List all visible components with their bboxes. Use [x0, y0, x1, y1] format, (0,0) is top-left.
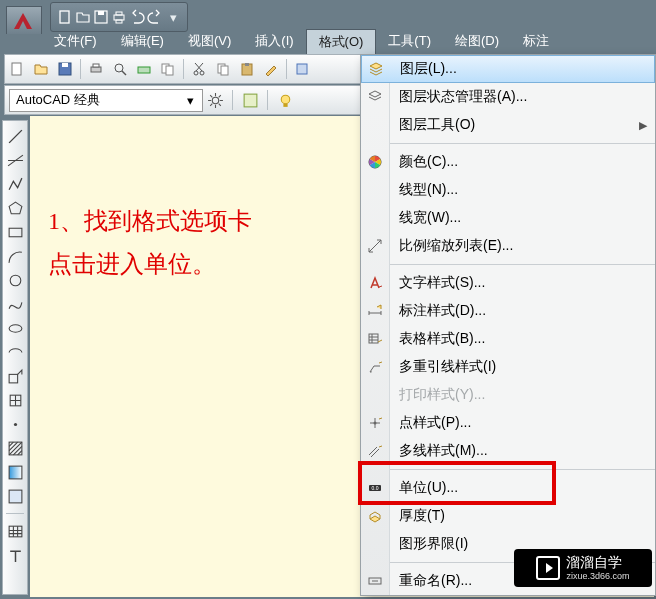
- insert-block-icon[interactable]: [6, 367, 24, 385]
- color-wheel-icon: [361, 154, 389, 170]
- menu-format[interactable]: 格式(O): [306, 29, 377, 54]
- qat-undo-icon[interactable]: [129, 9, 145, 25]
- menu-label: 颜色(C)...: [389, 153, 655, 171]
- block-icon[interactable]: [293, 60, 311, 78]
- table-icon[interactable]: [6, 522, 24, 540]
- menu-tools[interactable]: 工具(T): [376, 29, 443, 53]
- menu-item-units[interactable]: 0.0 单位(U)...: [361, 474, 655, 502]
- hatch-icon[interactable]: [6, 439, 24, 457]
- svg-rect-21: [297, 64, 307, 74]
- menu-item-point-style[interactable]: 点样式(P)...: [361, 409, 655, 437]
- point-style-icon: [361, 415, 389, 431]
- menu-item-color[interactable]: 颜色(C)...: [361, 148, 655, 176]
- menu-label: 线型(N)...: [389, 181, 655, 199]
- gear-icon[interactable]: [206, 91, 224, 109]
- menu-label: 厚度(T): [389, 507, 655, 525]
- save-icon[interactable]: [56, 60, 74, 78]
- polyline-icon[interactable]: [6, 175, 24, 193]
- menu-item-linetype[interactable]: 线型(N)...: [361, 176, 655, 204]
- new-icon[interactable]: [8, 60, 26, 78]
- gradient-icon[interactable]: [6, 463, 24, 481]
- chevron-down-icon[interactable]: ▾: [184, 93, 196, 108]
- ellipse-icon[interactable]: [6, 319, 24, 337]
- menu-item-mleader-style[interactable]: 多重引线样式(I): [361, 353, 655, 381]
- text-icon[interactable]: [6, 546, 24, 564]
- spline-icon[interactable]: [6, 295, 24, 313]
- svg-rect-18: [221, 66, 228, 75]
- svg-rect-33: [9, 466, 22, 479]
- qat-print-icon[interactable]: [111, 9, 127, 25]
- qat-redo-icon[interactable]: [147, 9, 163, 25]
- svg-point-28: [9, 324, 22, 331]
- qat-open-icon[interactable]: [75, 9, 91, 25]
- menu-item-layer[interactable]: 图层(L)...: [361, 55, 655, 83]
- menubar: 文件(F) 编辑(E) 视图(V) 插入(I) 格式(O) 工具(T) 绘图(D…: [42, 30, 656, 52]
- svg-rect-5: [116, 20, 122, 23]
- svg-rect-35: [9, 526, 22, 537]
- workspace-value: AutoCAD 经典: [16, 91, 100, 109]
- plot-icon[interactable]: [135, 60, 153, 78]
- app-frame: ▾ 文件(F) 编辑(E) 视图(V) 插入(I) 格式(O) 工具(T) 绘图…: [0, 0, 656, 599]
- menu-item-thickness[interactable]: 厚度(T): [361, 502, 655, 530]
- menu-item-text-style[interactable]: 文字样式(S)...: [361, 269, 655, 297]
- svg-point-22: [212, 97, 218, 103]
- menu-view[interactable]: 视图(V): [176, 29, 243, 53]
- svg-point-15: [194, 71, 198, 75]
- xline-icon[interactable]: [6, 151, 24, 169]
- arc-icon[interactable]: [6, 247, 24, 265]
- svg-rect-8: [62, 63, 68, 67]
- rectangle-icon[interactable]: [6, 223, 24, 241]
- menu-dimension[interactable]: 标注: [511, 29, 561, 53]
- cut-icon[interactable]: [190, 60, 208, 78]
- publish-icon[interactable]: [159, 60, 177, 78]
- menu-item-lineweight[interactable]: 线宽(W)...: [361, 204, 655, 232]
- menu-item-plot-style[interactable]: 打印样式(Y)...: [361, 381, 655, 409]
- print-icon[interactable]: [87, 60, 105, 78]
- svg-rect-34: [9, 490, 22, 503]
- chevron-down-icon[interactable]: ▾: [165, 9, 181, 25]
- qat-new-icon[interactable]: [57, 9, 73, 25]
- open-icon[interactable]: [32, 60, 50, 78]
- paste-icon[interactable]: [238, 60, 256, 78]
- region-icon[interactable]: [6, 487, 24, 505]
- watermark-url: zixue.3d66.com: [566, 571, 629, 582]
- svg-rect-9: [91, 67, 101, 72]
- menu-item-layer-state[interactable]: 图层状态管理器(A)...: [361, 83, 655, 111]
- menu-item-table-style[interactable]: 表格样式(B)...: [361, 325, 655, 353]
- svg-point-16: [200, 71, 204, 75]
- mleader-icon: [361, 359, 389, 375]
- layers-icon: [362, 61, 390, 77]
- qat-save-icon[interactable]: [93, 9, 109, 25]
- menu-insert[interactable]: 插入(I): [243, 29, 305, 53]
- copy-icon[interactable]: [214, 60, 232, 78]
- make-block-icon[interactable]: [6, 391, 24, 409]
- menu-item-mline-style[interactable]: 多线样式(M)...: [361, 437, 655, 465]
- polygon-icon[interactable]: [6, 199, 24, 217]
- toolbar-workspaces: AutoCAD 经典 ▾: [4, 85, 362, 115]
- menu-label: 图层(L)...: [390, 60, 654, 78]
- menu-edit[interactable]: 编辑(E): [109, 29, 176, 53]
- workspace-select[interactable]: AutoCAD 经典 ▾: [9, 89, 203, 112]
- menu-draw[interactable]: 绘图(D): [443, 29, 511, 53]
- svg-point-31: [13, 422, 16, 425]
- lightbulb-icon[interactable]: [276, 91, 294, 109]
- dim-style-icon: [361, 303, 389, 319]
- app-menu-button[interactable]: [6, 6, 42, 34]
- menu-item-scale-list[interactable]: 比例缩放列表(E)...: [361, 232, 655, 260]
- point-icon[interactable]: [6, 415, 24, 433]
- menu-file[interactable]: 文件(F): [42, 29, 109, 53]
- menu-label: 多线样式(M)...: [389, 442, 655, 460]
- play-icon: [536, 556, 560, 580]
- circle-icon[interactable]: [6, 271, 24, 289]
- scale-icon: [361, 238, 389, 254]
- line-icon[interactable]: [6, 127, 24, 145]
- menu-item-dim-style[interactable]: 标注样式(D)...: [361, 297, 655, 325]
- layer-panel-icon[interactable]: [241, 91, 259, 109]
- ellipse-arc-icon[interactable]: [6, 343, 24, 361]
- menu-item-layer-tools[interactable]: 图层工具(O) ▶: [361, 111, 655, 139]
- svg-rect-6: [12, 63, 21, 75]
- thickness-icon: [361, 508, 389, 524]
- match-prop-icon[interactable]: [262, 60, 280, 78]
- preview-icon[interactable]: [111, 60, 129, 78]
- format-menu: 图层(L)... 图层状态管理器(A)... 图层工具(O) ▶ 颜色(C)..…: [360, 54, 656, 596]
